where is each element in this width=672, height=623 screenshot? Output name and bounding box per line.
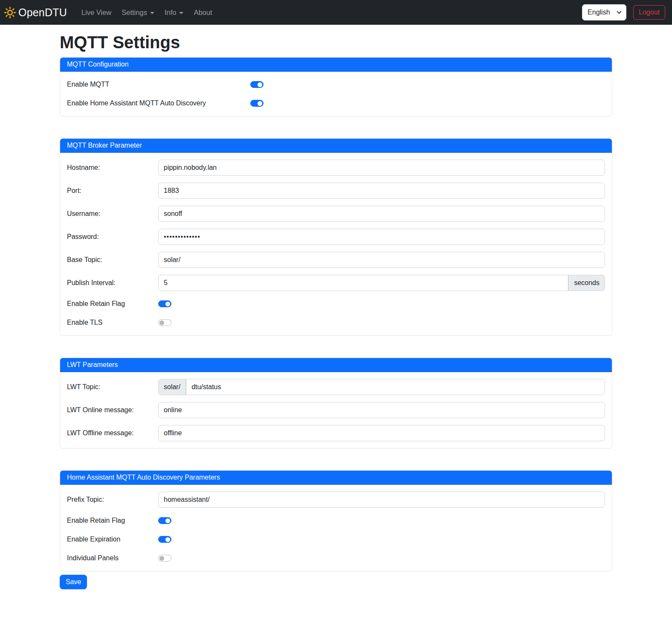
lwt-parameters-card: LWT Parameters LWT Topic: solar/ LWT Onl… bbox=[60, 358, 612, 448]
broker-retain-row: Enable Retain Flag bbox=[67, 298, 605, 310]
page-title: MQTT Settings bbox=[60, 32, 612, 52]
brand-label: OpenDTU bbox=[18, 6, 67, 19]
enable-mqtt-row: Enable MQTT bbox=[67, 79, 605, 90]
enable-tls-toggle[interactable] bbox=[158, 319, 171, 326]
base-topic-label: Base Topic: bbox=[67, 256, 158, 264]
enable-expiration-label: Enable Expiration bbox=[67, 536, 158, 543]
enable-hass-discovery-toggle[interactable] bbox=[250, 100, 264, 107]
mqtt-broker-card: MQTT Broker Parameter Hostname: Port: Us… bbox=[60, 138, 612, 336]
toggle-knob bbox=[159, 320, 164, 325]
base-topic-row: Base Topic: bbox=[67, 252, 605, 268]
broker-retain-label: Enable Retain Flag bbox=[67, 300, 158, 308]
save-button[interactable]: Save bbox=[60, 575, 87, 589]
nav-settings[interactable]: Settings bbox=[118, 5, 158, 20]
lwt-topic-label: LWT Topic: bbox=[67, 383, 158, 391]
hass-discovery-header: Home Assistant MQTT Auto Discovery Param… bbox=[60, 471, 612, 485]
toggle-knob bbox=[165, 518, 170, 523]
hostname-row: Hostname: bbox=[67, 160, 605, 176]
enable-expiration-toggle[interactable] bbox=[158, 536, 171, 543]
logout-button[interactable]: Logout bbox=[633, 5, 665, 20]
mqtt-broker-header: MQTT Broker Parameter bbox=[60, 139, 612, 153]
nav-settings-label: Settings bbox=[122, 9, 147, 17]
base-topic-input[interactable] bbox=[158, 252, 605, 268]
caret-down-icon bbox=[150, 12, 154, 14]
lwt-topic-input[interactable] bbox=[186, 379, 605, 395]
broker-retain-toggle[interactable] bbox=[158, 300, 171, 307]
sun-icon bbox=[4, 7, 16, 18]
nav-live-view[interactable]: Live View bbox=[78, 5, 115, 20]
individual-panels-label: Individual Panels bbox=[67, 554, 158, 562]
prefix-topic-input[interactable] bbox=[158, 492, 605, 508]
language-selected-value: English bbox=[588, 9, 610, 16]
enable-tls-label: Enable TLS bbox=[67, 319, 158, 326]
enable-mqtt-toggle[interactable] bbox=[250, 81, 264, 88]
port-row: Port: bbox=[67, 183, 605, 199]
hostname-input[interactable] bbox=[158, 160, 605, 176]
lwt-online-label: LWT Online message: bbox=[67, 406, 158, 414]
nav-live-view-label: Live View bbox=[81, 9, 111, 17]
port-label: Port: bbox=[67, 187, 158, 195]
navbar: OpenDTU Live View Settings Info About En… bbox=[0, 0, 672, 25]
username-row: Username: bbox=[67, 206, 605, 222]
publish-interval-unit: seconds bbox=[568, 275, 605, 291]
publish-interval-row: Publish Interval: seconds bbox=[67, 275, 605, 291]
prefix-topic-label: Prefix Topic: bbox=[67, 496, 158, 504]
chevron-down-icon bbox=[617, 9, 621, 14]
hass-retain-toggle[interactable] bbox=[158, 517, 171, 524]
enable-tls-row: Enable TLS bbox=[67, 317, 605, 329]
password-label: Password: bbox=[67, 233, 158, 241]
lwt-online-row: LWT Online message: bbox=[67, 402, 605, 418]
enable-mqtt-label: Enable MQTT bbox=[67, 81, 250, 88]
mqtt-configuration-header: MQTT Configuration bbox=[60, 58, 612, 72]
publish-interval-label: Publish Interval: bbox=[67, 279, 158, 287]
individual-panels-row: Individual Panels bbox=[67, 552, 605, 564]
lwt-online-input[interactable] bbox=[158, 402, 605, 418]
language-select[interactable]: English bbox=[582, 4, 626, 20]
hass-retain-row: Enable Retain Flag bbox=[67, 515, 605, 527]
toggle-knob bbox=[165, 537, 170, 542]
caret-down-icon bbox=[179, 12, 183, 14]
prefix-topic-row: Prefix Topic: bbox=[67, 492, 605, 508]
lwt-topic-row: LWT Topic: solar/ bbox=[67, 379, 605, 395]
nav-info-label: Info bbox=[165, 9, 177, 17]
toggle-knob bbox=[258, 101, 262, 106]
port-input[interactable] bbox=[158, 183, 605, 199]
enable-hass-discovery-row: Enable Home Assistant MQTT Auto Discover… bbox=[67, 97, 605, 109]
main-content: MQTT Settings MQTT Configuration Enable … bbox=[55, 25, 617, 589]
lwt-offline-input[interactable] bbox=[158, 425, 605, 441]
enable-expiration-row: Enable Expiration bbox=[67, 533, 605, 545]
hass-retain-label: Enable Retain Flag bbox=[67, 517, 158, 524]
password-input[interactable] bbox=[158, 229, 605, 245]
lwt-topic-prefix: solar/ bbox=[158, 379, 186, 395]
mqtt-configuration-card: MQTT Configuration Enable MQTT Enable Ho… bbox=[60, 57, 612, 116]
individual-panels-toggle[interactable] bbox=[158, 555, 171, 562]
hostname-label: Hostname: bbox=[67, 164, 158, 172]
lwt-parameters-header: LWT Parameters bbox=[60, 358, 612, 372]
toggle-knob bbox=[159, 556, 164, 561]
toggle-knob bbox=[165, 302, 170, 306]
nav-info[interactable]: Info bbox=[161, 5, 187, 20]
publish-interval-input[interactable] bbox=[158, 275, 568, 291]
username-label: Username: bbox=[67, 210, 158, 218]
toggle-knob bbox=[258, 82, 262, 87]
brand[interactable]: OpenDTU bbox=[4, 6, 67, 19]
lwt-offline-label: LWT Offline message: bbox=[67, 429, 158, 437]
lwt-offline-row: LWT Offline message: bbox=[67, 425, 605, 441]
username-input[interactable] bbox=[158, 206, 605, 222]
enable-hass-discovery-label: Enable Home Assistant MQTT Auto Discover… bbox=[67, 99, 250, 107]
nav-about[interactable]: About bbox=[190, 5, 215, 20]
hass-discovery-card: Home Assistant MQTT Auto Discovery Param… bbox=[60, 470, 612, 571]
password-row: Password: bbox=[67, 229, 605, 245]
nav-about-label: About bbox=[194, 9, 212, 17]
